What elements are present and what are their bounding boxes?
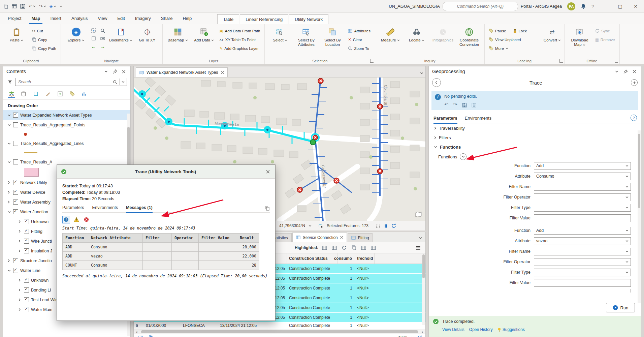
contents-menu-chevron-icon[interactable] [103, 68, 109, 75]
close-view-tab-icon[interactable] [221, 71, 224, 74]
map-view-tab[interactable]: Water Expanded Network Asset Types [136, 67, 228, 77]
redo-edits-icon[interactable]: ↷ [453, 101, 458, 108]
tab-linear-referencing[interactable]: Linear Referencing [240, 14, 288, 24]
dialog-tab-parameters[interactable]: Parameters [62, 205, 84, 212]
add-graphics-layer-button[interactable]: ✎Add Graphics Layer [218, 44, 262, 52]
close-window-button[interactable]: ✕ [631, 4, 641, 9]
notifications-bell-icon[interactable] [581, 4, 586, 9]
tab-project[interactable]: Project [3, 13, 26, 24]
close-table-tab-icon[interactable] [340, 236, 343, 239]
collapse-chevron-icon[interactable] [8, 143, 11, 145]
save-project-icon[interactable] [20, 4, 25, 9]
contents-search-icon[interactable] [111, 79, 118, 85]
expand-chevron-icon[interactable] [19, 279, 22, 282]
previous-extent-icon[interactable] [90, 35, 97, 42]
dialog-tab-messages[interactable]: Messages (1) [126, 205, 153, 212]
open-history-link[interactable]: Open History [469, 327, 493, 332]
pause-drawing-icon[interactable] [384, 223, 388, 228]
add-data-from-path-button[interactable]: ▣Add Data From Path [218, 27, 262, 35]
filter-value-input[interactable] [534, 214, 631, 222]
zoom-full-extent-icon[interactable] [90, 27, 97, 34]
functions-group-header[interactable]: Functions [429, 152, 641, 162]
basemap-button[interactable]: Basemap [165, 26, 190, 43]
layer-visibility-checkbox[interactable] [13, 141, 18, 146]
refresh-map-icon[interactable] [391, 223, 396, 228]
overview-map-icon[interactable] [415, 211, 422, 217]
column-header-trechoid[interactable]: trechoid [355, 253, 375, 264]
new-project-icon[interactable] [3, 4, 8, 9]
table-vertical-scrollbar[interactable] [422, 254, 425, 325]
layer-visibility-checkbox[interactable] [13, 180, 18, 185]
explore-button[interactable]: ◈ Explore [64, 26, 89, 43]
layer-visibility-checkbox[interactable] [13, 209, 18, 214]
table-tab-service-connection[interactable]: Service Connection [292, 233, 347, 242]
section-functions[interactable]: Functions [429, 142, 641, 152]
layer-visibility-checkbox[interactable] [13, 200, 18, 205]
geoprocessing-menu-chevron-icon[interactable] [613, 68, 620, 75]
geoprocessing-scrollbar[interactable] [638, 130, 641, 303]
contents-close-icon[interactable] [120, 68, 127, 75]
view-details-link[interactable]: View Details [442, 327, 464, 332]
layer-visibility-checkbox[interactable] [24, 287, 29, 293]
record-nav-icon[interactable] [147, 334, 154, 337]
column-header-consumo[interactable]: consumo [337, 253, 355, 264]
tab-utility-network[interactable]: Utility Network [289, 14, 328, 24]
save-edits-icon[interactable] [462, 101, 467, 107]
expand-chevron-icon[interactable] [8, 191, 11, 194]
layer-visibility-checkbox[interactable] [13, 159, 18, 164]
select-by-attributes-button[interactable]: Select By Attributes [294, 26, 319, 48]
tab-imagery[interactable]: Imagery [130, 13, 156, 24]
contents-search-input[interactable] [15, 78, 127, 86]
forward-extent-arrow-icon[interactable]: → [99, 43, 106, 50]
expand-chevron-icon[interactable] [19, 298, 22, 301]
list-by-selection-icon[interactable] [32, 90, 39, 97]
collapse-chevron-icon[interactable] [8, 124, 11, 126]
pause-labeling-button[interactable]: Pause [487, 27, 508, 35]
reselect-highlight-icon[interactable] [341, 244, 348, 251]
select-button[interactable]: Select [267, 26, 292, 43]
dialog-title-bar[interactable]: Trace (Utility Network Tools) [57, 165, 275, 179]
select-by-location-button[interactable]: Select By Location [320, 26, 345, 48]
back-extent-arrow-icon[interactable]: ← [90, 43, 97, 50]
view-tab-list-chevron-icon[interactable] [420, 70, 423, 75]
copy-path-button[interactable]: Copy Path [30, 44, 58, 52]
column-header-construction-status[interactable]: Construction Status [287, 253, 337, 264]
tab-map[interactable]: Map [26, 13, 45, 24]
tab-insert[interactable]: Insert [45, 13, 66, 24]
explore-tool-quick-button[interactable]: ◈ [50, 4, 56, 9]
list-by-editing-icon[interactable] [44, 90, 52, 97]
layer-visibility-checkbox[interactable] [24, 278, 29, 283]
tab-help[interactable]: Help [178, 13, 197, 24]
table-horizontal-scrollbar[interactable]: ◂ ▸ [134, 329, 425, 334]
geoprocessing-pin-icon[interactable] [622, 68, 629, 75]
layer-visibility-checkbox[interactable] [24, 248, 29, 253]
list-by-labeling-icon[interactable] [68, 90, 76, 97]
locate-button[interactable]: Locate [404, 26, 429, 43]
expand-chevron-icon[interactable] [19, 240, 22, 243]
expand-chevron-icon[interactable] [8, 259, 11, 262]
tab-parameters[interactable]: Parameters [433, 116, 457, 123]
filter-type-select[interactable] [534, 204, 631, 212]
run-button[interactable]: Run [606, 303, 635, 312]
attributes-button[interactable]: Attributes [346, 27, 372, 35]
contents-search-dropdown-icon[interactable] [119, 79, 126, 85]
tab-share[interactable]: Share [156, 13, 178, 24]
layer-visibility-checkbox[interactable] [24, 229, 29, 234]
function-select-partial[interactable] [534, 289, 631, 293]
expand-chevron-icon[interactable] [19, 220, 22, 223]
table-row[interactable]: 6 01/01/2000 LFONSECA 13/11/2024 21:12:0… [134, 323, 425, 329]
fixed-zoom-out-icon[interactable] [99, 35, 106, 42]
fixed-zoom-in-icon[interactable] [99, 27, 106, 34]
layer-visibility-checkbox[interactable] [24, 297, 29, 302]
customize-quick-access-icon[interactable] [60, 5, 62, 7]
expand-chevron-icon[interactable] [19, 288, 22, 292]
maximize-button[interactable]: ▢ [615, 4, 625, 9]
filter-type-select[interactable] [534, 269, 631, 276]
tab-edit[interactable]: Edit [112, 13, 130, 24]
copy-rows-icon[interactable] [351, 244, 357, 251]
expand-chevron-icon[interactable] [8, 201, 11, 204]
back-button[interactable] [432, 78, 441, 87]
filter-name-select[interactable] [534, 183, 631, 191]
info-messages-toggle-icon[interactable]: i [62, 216, 70, 223]
collapse-chevron-icon[interactable] [8, 270, 11, 272]
